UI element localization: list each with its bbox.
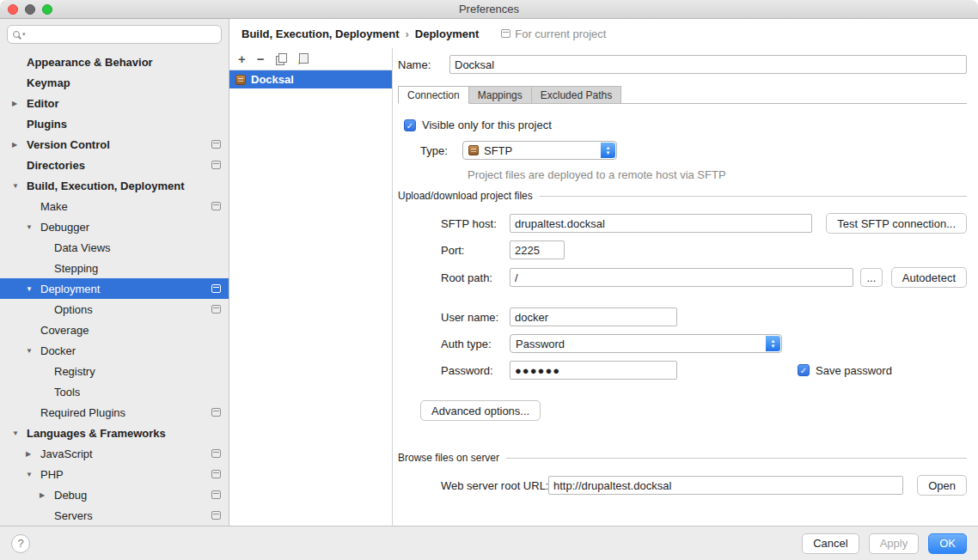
chevron-right-icon[interactable]: ▶ [26, 450, 40, 458]
browse-root-button[interactable]: ... [860, 268, 883, 287]
sidebar-item-keymap[interactable]: Keymap [0, 72, 229, 93]
remove-server-icon[interactable]: − [257, 52, 265, 65]
project-settings-icon [211, 161, 221, 169]
cancel-button[interactable]: Cancel [802, 533, 859, 554]
sidebar-item-data-views[interactable]: Data Views [0, 237, 229, 258]
password-input[interactable] [510, 361, 677, 380]
dropdown-stepper-icon: ▲ ▼ [601, 143, 615, 158]
visible-only-label: Visible only for this project [422, 119, 552, 131]
project-settings-icon [211, 202, 221, 210]
chevron-right-icon[interactable]: ▶ [12, 100, 27, 107]
name-label: Name: [398, 58, 449, 71]
save-password-label: Save password [816, 364, 892, 377]
project-settings-icon [211, 470, 221, 478]
sidebar-item-make[interactable]: Make [0, 196, 229, 216]
project-settings-icon [211, 140, 221, 149]
sidebar-item-appearance-behavior[interactable]: Appearance & Behavior [0, 52, 229, 72]
type-help-text: Project files are deployed to a remote h… [398, 168, 967, 181]
browse-section-header: Browse files on server [398, 452, 967, 464]
tab-excluded-paths[interactable]: Excluded Paths [531, 86, 621, 104]
chevron-right-icon[interactable]: ▶ [12, 141, 27, 149]
sidebar-item-stepping[interactable]: Stepping [0, 258, 229, 278]
chevron-down-icon[interactable]: ▼ [12, 429, 27, 437]
auth-type-dropdown[interactable]: Password ▲ ▼ [510, 334, 782, 353]
help-button[interactable]: ? [11, 534, 30, 553]
type-label: Type: [420, 144, 462, 157]
port-label: Port: [441, 244, 510, 257]
chevron-down-icon[interactable]: ▼ [26, 347, 40, 355]
test-connection-button[interactable]: Test SFTP connection... [826, 213, 967, 234]
scope-indicator: For current project [501, 27, 606, 40]
breadcrumb-parent[interactable]: Build, Execution, Deployment [241, 27, 399, 40]
apply-button[interactable]: Apply [869, 533, 920, 554]
sidebar-item-debug[interactable]: ▶ Debug [0, 484, 229, 505]
sidebar-item-deployment[interactable]: ▼ Deployment [0, 278, 229, 299]
scope-label: For current project [515, 27, 606, 40]
breadcrumb-current: Deployment [415, 27, 479, 40]
settings-search-box[interactable]: ▾ [7, 25, 222, 44]
server-list-panel: + − Docksal [229, 48, 393, 526]
sidebar-item-servers[interactable]: Servers [0, 505, 229, 526]
sidebar-item-tools[interactable]: Tools [0, 381, 229, 402]
port-input[interactable] [510, 240, 565, 259]
server-list: Docksal [229, 70, 392, 526]
sftp-host-label: SFTP host: [441, 217, 510, 230]
project-settings-icon [211, 284, 221, 293]
add-server-icon[interactable]: + [238, 52, 246, 65]
sidebar-item-registry[interactable]: Registry [0, 361, 229, 381]
root-path-label: Root path: [441, 271, 510, 284]
sidebar-item-debugger[interactable]: ▼ Debugger [0, 216, 229, 237]
tab-mappings[interactable]: Mappings [468, 86, 532, 104]
save-password-row: ✓ Save password [798, 364, 892, 377]
root-path-input[interactable] [510, 268, 853, 287]
server-list-item-docksal[interactable]: Docksal [229, 70, 392, 88]
config-tabs: Connection Mappings Excluded Paths [398, 86, 967, 104]
save-password-checkbox[interactable]: ✓ [798, 364, 810, 376]
autodetect-button[interactable]: Autodetect [891, 267, 967, 288]
advanced-options-button[interactable]: Advanced options... [420, 400, 541, 421]
web-root-input[interactable] [548, 476, 903, 495]
sidebar-item-version-control[interactable]: ▶ Version Control [0, 134, 229, 155]
window-title: Preferences [0, 3, 978, 15]
sidebar-item-coverage[interactable]: Coverage [0, 320, 229, 340]
password-label: Password: [441, 364, 510, 377]
search-icon [13, 31, 20, 38]
chevron-down-icon[interactable]: ▼ [26, 285, 40, 293]
sidebar-item-plugins[interactable]: Plugins [0, 113, 229, 134]
dropdown-stepper-icon: ▲ ▼ [766, 336, 780, 351]
name-input[interactable] [449, 55, 967, 74]
breadcrumb: Build, Execution, Deployment › Deploymen… [229, 19, 978, 48]
sftp-host-input[interactable] [510, 214, 812, 233]
sidebar-item-languages-frameworks[interactable]: ▼ Languages & Frameworks [0, 423, 229, 443]
sidebar-item-options[interactable]: Options [0, 299, 229, 320]
sidebar-item-docker[interactable]: ▼ Docker [0, 340, 229, 361]
tab-connection[interactable]: Connection [398, 86, 469, 104]
project-settings-icon [211, 305, 221, 313]
chevron-right-icon[interactable]: ▶ [40, 491, 54, 499]
use-as-default-icon[interactable] [297, 53, 309, 64]
visible-only-checkbox[interactable]: ✓ [404, 119, 416, 131]
sidebar-item-required-plugins[interactable]: Required Plugins [0, 402, 229, 423]
open-button[interactable]: Open [917, 475, 967, 496]
copy-server-icon[interactable] [276, 53, 286, 64]
section-divider [540, 196, 967, 197]
type-dropdown[interactable]: SFTP ▲ ▼ [462, 141, 617, 160]
ok-button[interactable]: OK [928, 533, 967, 554]
sidebar-item-editor[interactable]: ▶ Editor [0, 93, 229, 113]
sidebar-item-build-execution-deployment[interactable]: ▼ Build, Execution, Deployment [0, 175, 229, 196]
chevron-down-icon[interactable]: ▼ [26, 223, 40, 231]
section-divider [506, 458, 967, 459]
chevron-down-icon[interactable]: ▾ [22, 31, 26, 38]
deployment-form: Name: Connection Mappings Excluded Paths… [393, 48, 978, 526]
upload-section-header: Upload/download project files [398, 190, 967, 202]
sidebar-item-php[interactable]: ▼ PHP [0, 464, 229, 484]
user-name-input[interactable] [510, 307, 677, 326]
project-settings-icon [211, 408, 221, 417]
settings-tree: Appearance & Behavior Keymap ▶ Editor Pl… [0, 52, 229, 526]
sidebar-item-directories[interactable]: Directories [0, 155, 229, 175]
search-input[interactable] [30, 28, 216, 40]
chevron-down-icon[interactable]: ▼ [26, 471, 40, 478]
type-value: SFTP [484, 144, 512, 157]
sidebar-item-javascript[interactable]: ▶ JavaScript [0, 443, 229, 464]
chevron-down-icon[interactable]: ▼ [12, 182, 27, 190]
